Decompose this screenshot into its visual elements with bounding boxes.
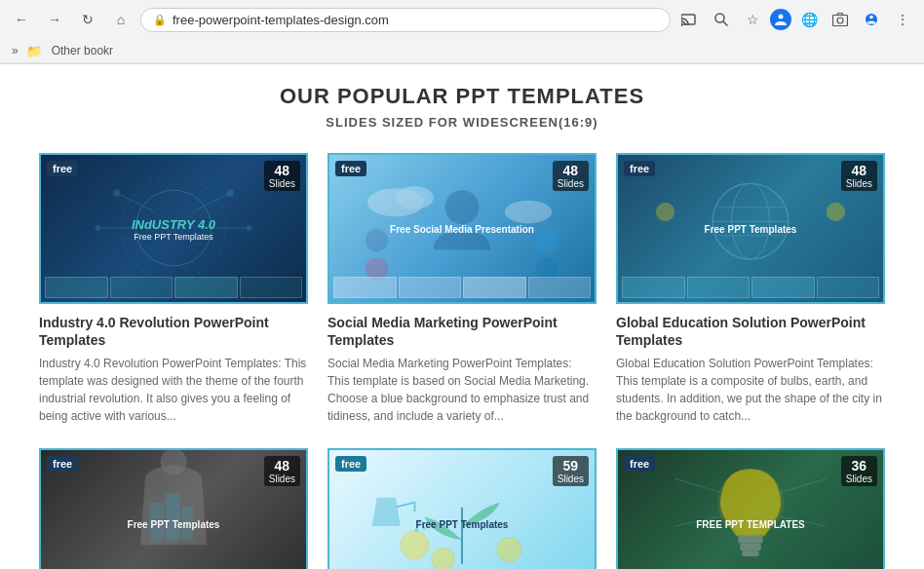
globe-button[interactable]: 🌐 xyxy=(795,6,823,33)
card3-title: Free PPT Templates xyxy=(644,219,857,238)
back-button[interactable]: ← xyxy=(8,6,35,33)
svg-point-9 xyxy=(869,16,873,19)
svg-point-40 xyxy=(432,549,454,569)
forward-button[interactable]: → xyxy=(41,6,68,33)
template-thumbnail-global-education: free 48 Slides xyxy=(616,153,885,304)
card1-title: INdUSTRY 4.0 xyxy=(67,216,280,231)
svg-point-41 xyxy=(497,538,521,562)
url-text: free-powerpoint-templates-design.com xyxy=(173,13,658,27)
svg-point-2 xyxy=(715,14,724,22)
free-badge-1: free xyxy=(47,161,78,176)
free-badge-2: free xyxy=(335,161,366,176)
template-name-3: Global Education Solution PowerPoint Tem… xyxy=(616,314,885,349)
slides-badge-1: 48 Slides xyxy=(264,161,300,191)
lock-icon: 🔒 xyxy=(153,14,167,26)
svg-point-17 xyxy=(226,189,234,197)
bookmarks-chevron[interactable]: » xyxy=(8,42,22,59)
svg-rect-46 xyxy=(740,544,760,551)
template-thumbnail-plant-dollar: free 59 Slides xyxy=(327,448,597,569)
template-card-plant-dollar[interactable]: free 59 Slides xyxy=(327,448,597,569)
page-subheading: SLIDES SIZED FOR WIDESCREEN(16:9) xyxy=(39,115,885,130)
slides-badge-2: 48 Slides xyxy=(553,161,589,191)
card6-center: FREE PPT TEMPLATES xyxy=(644,514,857,533)
card1-subtitle: Free PPT Templates xyxy=(67,231,280,241)
template-card-global-education[interactable]: free 48 Slides xyxy=(616,153,885,425)
slides-badge-5: 59 Slides xyxy=(553,456,589,486)
svg-point-16 xyxy=(113,189,121,197)
page-heading: OUR POPULAR PPT TEMPLATES xyxy=(39,84,885,109)
bookmark-star-button[interactable]: ☆ xyxy=(739,6,766,33)
svg-rect-47 xyxy=(742,551,758,557)
card5-center: Free PPT Templates xyxy=(356,514,568,533)
card3-center: Free PPT Templates xyxy=(644,219,857,238)
svg-line-49 xyxy=(674,479,722,494)
card2-mini-slides xyxy=(333,277,591,298)
search-button[interactable] xyxy=(708,6,735,33)
svg-rect-6 xyxy=(833,16,848,26)
bookmarks-bar: » 📁 Other bookr xyxy=(0,39,924,63)
template-card-industry-40[interactable]: free 48 Slides xyxy=(39,153,308,425)
slides-badge-3: 48 Slides xyxy=(841,161,877,191)
svg-point-7 xyxy=(837,18,843,23)
profile-menu-button[interactable] xyxy=(858,6,885,33)
slides-badge-4: 48 Slides xyxy=(264,456,300,486)
template-name-2: Social Media Marketing PowerPoint Templa… xyxy=(327,314,597,349)
svg-point-21 xyxy=(396,186,434,209)
slides-badge-6: 36 Slides xyxy=(841,456,877,486)
other-bookmarks[interactable]: Other bookr xyxy=(46,42,119,59)
svg-line-51 xyxy=(779,479,827,494)
template-card-double-exposure[interactable]: free 48 Slides Fr xyxy=(39,448,308,569)
template-desc-1: Industry 4.0 Revolution PowerPoint Templ… xyxy=(39,355,308,425)
reload-button[interactable]: ↻ xyxy=(74,6,101,33)
template-thumbnail-industry-40: free 48 Slides xyxy=(39,153,308,304)
card3-mini-slides xyxy=(622,277,879,298)
template-desc-3: Global Education Solution PowerPoint Tem… xyxy=(616,355,885,425)
svg-line-13 xyxy=(192,193,230,211)
free-badge-6: free xyxy=(624,456,655,472)
page-content: OUR POPULAR PPT TEMPLATES SLIDES SIZED F… xyxy=(0,64,924,569)
card5-title: Free PPT Templates xyxy=(356,514,568,533)
template-thumbnail-social-media: free 48 Slides xyxy=(327,153,597,304)
browser-toolbar: ← → ↻ ⌂ 🔒 free-powerpoint-templates-desi… xyxy=(0,0,924,39)
svg-line-12 xyxy=(117,193,155,211)
more-button[interactable]: ⋮ xyxy=(889,6,916,33)
cast-button[interactable] xyxy=(676,6,704,33)
card6-title: FREE PPT TEMPLATES xyxy=(644,514,857,533)
template-desc-2: Social Media Marketing PowerPoint Templa… xyxy=(327,355,597,425)
svg-point-5 xyxy=(779,15,784,19)
free-badge-4: free xyxy=(47,456,78,472)
card2-center: Free Social Media Presentation xyxy=(356,219,568,238)
svg-rect-45 xyxy=(738,536,762,544)
profile-avatar[interactable] xyxy=(770,9,791,30)
template-thumbnail-double-exposure: free 48 Slides Fr xyxy=(39,448,308,569)
bookmark-folder-icon: 📁 xyxy=(26,44,42,58)
home-button[interactable]: ⌂ xyxy=(107,6,135,33)
svg-point-39 xyxy=(401,531,429,559)
card1-center: INdUSTRY 4.0 Free PPT Templates xyxy=(67,216,280,241)
browser-chrome: ← → ↻ ⌂ 🔒 free-powerpoint-templates-desi… xyxy=(0,0,924,64)
card4-center: Free PPT Templates xyxy=(67,514,280,533)
screenshot-button[interactable] xyxy=(827,6,854,33)
template-card-social-media[interactable]: free 48 Slides xyxy=(327,153,597,425)
template-thumbnail-creative-idea: free 36 Slides xyxy=(616,448,885,569)
toolbar-icons: ☆ 🌐 xyxy=(676,6,916,33)
address-bar[interactable]: 🔒 free-powerpoint-templates-design.com xyxy=(140,8,671,32)
template-card-creative-idea[interactable]: free 36 Slides xyxy=(616,448,885,569)
free-badge-5: free xyxy=(335,456,366,472)
svg-line-3 xyxy=(723,21,728,26)
card4-title: Free PPT Templates xyxy=(67,514,280,533)
template-grid: free 48 Slides xyxy=(39,153,885,569)
card2-title: Free Social Media Presentation xyxy=(356,219,568,238)
free-badge-3: free xyxy=(624,161,655,176)
card1-mini-slides xyxy=(45,277,302,298)
template-name-1: Industry 4.0 Revolution PowerPoint Templ… xyxy=(39,314,308,349)
